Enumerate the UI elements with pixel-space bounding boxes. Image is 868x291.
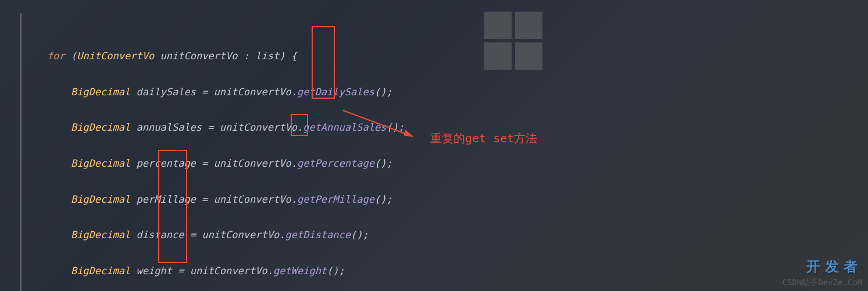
code-line-1: for (UnitConvertVo unitConvertVo : list)… <box>23 47 807 65</box>
code-line-7: BigDecimal weight = unitConvertVo.getWei… <box>23 262 807 280</box>
code-line-4: BigDecimal percentage = unitConvertVo.ge… <box>23 155 807 173</box>
annotation-text: 重复的get set方法 <box>430 128 537 149</box>
svg-marker-1 <box>404 130 413 136</box>
highlight-box-get <box>312 26 335 99</box>
code-line-6: BigDecimal distance = unitConvertVo.getD… <box>23 226 807 244</box>
annotation-arrow <box>337 105 436 145</box>
code-line-2: BigDecimal dailySales = unitConvertVo.ge… <box>23 83 807 101</box>
code-line-5: BigDecimal perMillage = unitConvertVo.ge… <box>23 191 807 209</box>
code-editor[interactable]: for (UnitConvertVo unitConvertVo : list)… <box>23 12 807 291</box>
indent-guide <box>20 13 22 291</box>
watermark-csdn: CSDN助手DevZe.CoM <box>782 275 862 290</box>
highlight-box-set <box>158 150 187 263</box>
svg-line-0 <box>343 110 413 136</box>
highlight-box-get2 <box>291 114 308 136</box>
